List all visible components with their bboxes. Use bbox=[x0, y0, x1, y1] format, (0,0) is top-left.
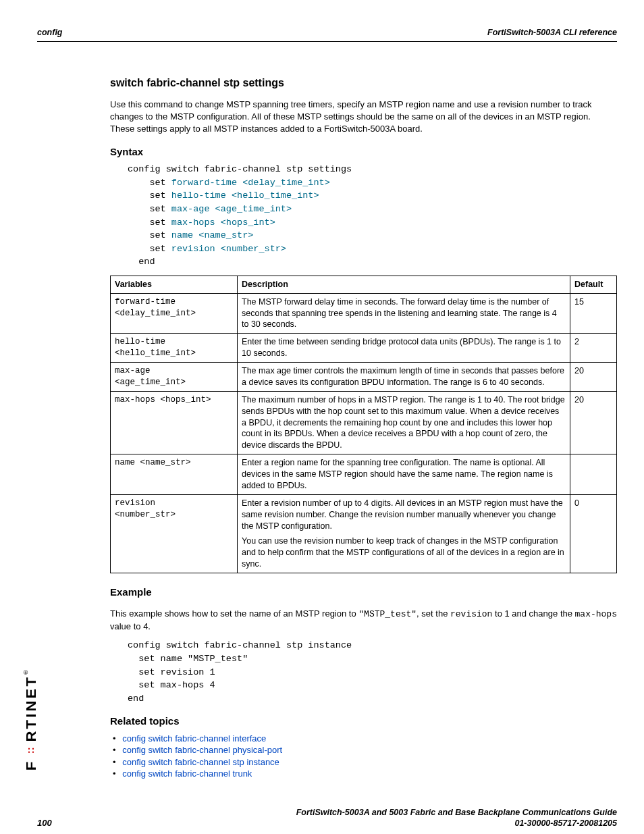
syntax-code-block: config switch fabric-channel stp setting… bbox=[128, 163, 617, 269]
list-item: config switch fabric-channel trunk bbox=[122, 768, 617, 780]
section-title: switch fabric-channel stp settings bbox=[110, 76, 617, 90]
footer-guide-title: FortiSwitch-5003A and 5003 Fabric and Ba… bbox=[296, 807, 617, 818]
table-row: name <name_str> Enter a region name for … bbox=[111, 454, 617, 495]
related-link[interactable]: config switch fabric-channel physical-po… bbox=[122, 745, 282, 755]
example-heading: Example bbox=[110, 585, 617, 599]
example-code-block: config switch fabric-channel stp instanc… bbox=[128, 639, 617, 705]
footer-doc-id: 01-30000-85717-20081205 bbox=[296, 818, 617, 829]
table-row: revision<number_str> Enter a revision nu… bbox=[111, 494, 617, 573]
variables-table: Variables Description Default forward-ti… bbox=[110, 276, 617, 573]
list-item: config switch fabric-channel interface bbox=[122, 733, 617, 745]
related-link[interactable]: config switch fabric-channel trunk bbox=[122, 768, 252, 779]
list-item: config switch fabric-channel physical-po… bbox=[122, 744, 617, 756]
related-link[interactable]: config switch fabric-channel stp instanc… bbox=[122, 757, 279, 767]
col-default: Default bbox=[570, 276, 617, 293]
col-description: Description bbox=[238, 276, 570, 293]
header-left: config bbox=[37, 27, 63, 38]
table-row: forward-time<delay_time_int> The MSTP fo… bbox=[111, 293, 617, 334]
list-item: config switch fabric-channel stp instanc… bbox=[122, 756, 617, 768]
related-topics-heading: Related topics bbox=[110, 714, 617, 728]
page-header: config FortiSwitch-5003A CLI reference bbox=[37, 27, 617, 42]
fortinet-logo: F::FORTINETRTINET® bbox=[22, 666, 41, 771]
related-link[interactable]: config switch fabric-channel interface bbox=[122, 733, 266, 744]
related-topics-list: config switch fabric-channel interface c… bbox=[110, 733, 617, 780]
page-number: 100 bbox=[37, 817, 52, 829]
page-footer: 100 FortiSwitch-5003A and 5003 Fabric an… bbox=[37, 807, 617, 829]
example-description: This example shows how to set the name o… bbox=[110, 608, 617, 632]
syntax-heading: Syntax bbox=[110, 145, 617, 159]
table-row: hello-time<hello_time_int> Enter the tim… bbox=[111, 334, 617, 363]
header-right: FortiSwitch-5003A CLI reference bbox=[487, 27, 617, 38]
table-row: max-age<age_time_int> The max age timer … bbox=[111, 363, 617, 392]
table-row: max-hops <hops_int> The maximum number o… bbox=[111, 391, 617, 454]
intro-paragraph: Use this command to change MSTP spanning… bbox=[110, 99, 617, 134]
col-variables: Variables bbox=[111, 276, 238, 293]
